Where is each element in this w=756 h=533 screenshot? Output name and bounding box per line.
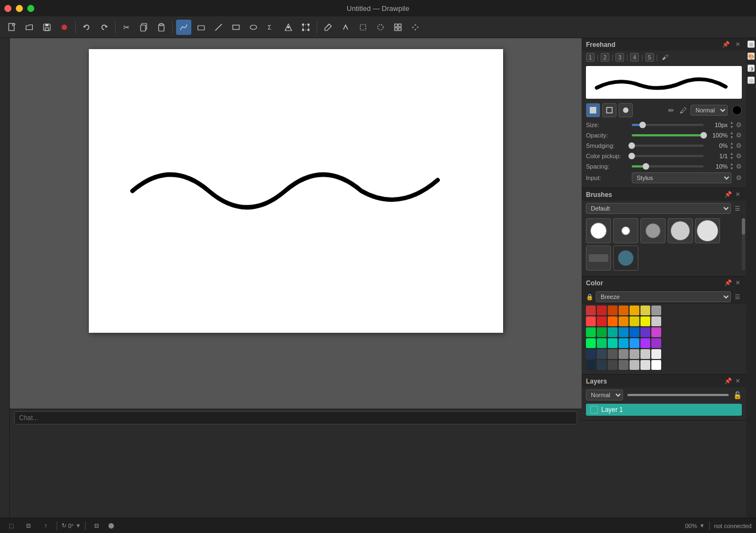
- fill-shape-btn[interactable]: Σ: [263, 20, 279, 35]
- color-cell[interactable]: [640, 316, 650, 326]
- color-cell[interactable]: [608, 360, 618, 370]
- color-cell[interactable]: [651, 338, 661, 348]
- color-cell[interactable]: [586, 338, 596, 348]
- color-cell[interactable]: [630, 349, 639, 359]
- brush-pen-btn[interactable]: 🖊: [678, 106, 688, 115]
- status-transform-btn[interactable]: ⊡: [22, 520, 35, 531]
- square-fill-shape-btn[interactable]: [586, 103, 600, 117]
- brush-thumb-4[interactable]: [668, 218, 693, 243]
- color-pickup-adj-btn[interactable]: ⚙: [736, 152, 742, 160]
- spacing-track[interactable]: [632, 165, 704, 167]
- color-cell[interactable]: [651, 306, 661, 315]
- opacity-thumb[interactable]: [700, 132, 707, 139]
- layers-pin-btn[interactable]: 📌: [723, 377, 734, 385]
- color-pickup-track[interactable]: [632, 155, 704, 157]
- layer-item-1[interactable]: Layer 1: [586, 404, 742, 416]
- color-cell[interactable]: [586, 360, 596, 370]
- eraser-tool-btn[interactable]: [193, 20, 209, 35]
- drawing-canvas[interactable]: [89, 49, 503, 333]
- open-btn[interactable]: [22, 20, 37, 35]
- spacing-thumb[interactable]: [643, 163, 649, 170]
- color-cell[interactable]: [619, 306, 628, 315]
- color-cell[interactable]: [640, 349, 650, 359]
- brushes-pin-btn[interactable]: 📌: [723, 190, 734, 199]
- size-up[interactable]: ▲: [730, 121, 734, 124]
- color-cell[interactable]: [640, 327, 650, 337]
- color-cell[interactable]: [619, 316, 628, 326]
- layer-lock-btn[interactable]: 🔓: [733, 391, 742, 399]
- circle-shape-btn[interactable]: [619, 103, 633, 117]
- color-cell[interactable]: [630, 360, 639, 370]
- color-cell[interactable]: [640, 360, 650, 370]
- foreground-color-dot[interactable]: [732, 105, 742, 115]
- brush-list-select[interactable]: Default: [586, 203, 731, 214]
- input-type-select[interactable]: Stylus Mouse Pen: [632, 172, 731, 183]
- layer-opacity-track[interactable]: [627, 394, 729, 396]
- zoom-dropdown-btn[interactable]: ▼: [699, 523, 705, 529]
- color-cell[interactable]: [651, 360, 661, 370]
- color-cell[interactable]: [608, 306, 618, 315]
- freehand-tool-btn[interactable]: [176, 20, 191, 35]
- magic-select-btn[interactable]: [390, 20, 406, 35]
- spacing-down[interactable]: ▼: [730, 166, 734, 170]
- color-pickup-up[interactable]: ▲: [730, 152, 734, 155]
- color-cell[interactable]: [619, 327, 628, 337]
- input-adj-btn[interactable]: ⚙: [736, 174, 742, 182]
- minimize-button[interactable]: [16, 5, 23, 12]
- color-cell[interactable]: [640, 338, 650, 348]
- color-cell[interactable]: [630, 316, 639, 326]
- side-wheel-btn[interactable]: ◎: [747, 76, 755, 84]
- smudging-track[interactable]: [632, 145, 704, 147]
- brush-edit-btn[interactable]: ✏: [667, 106, 676, 115]
- preset-1-btn[interactable]: 1: [586, 53, 595, 62]
- paste-btn[interactable]: [154, 20, 169, 35]
- brush-thumb-5[interactable]: [695, 218, 720, 243]
- color-pickup-down[interactable]: ▼: [730, 156, 734, 160]
- color-cell[interactable]: [630, 327, 639, 337]
- freehand-pin-btn[interactable]: 📌: [721, 40, 731, 49]
- palette-menu-btn[interactable]: ☰: [733, 293, 742, 301]
- smudging-adj-btn[interactable]: ⚙: [736, 142, 742, 149]
- spacing-up[interactable]: ▲: [730, 162, 734, 166]
- color-cell[interactable]: [586, 316, 596, 326]
- preset-2-btn[interactable]: 2: [601, 53, 609, 62]
- preset-4-btn[interactable]: 4: [630, 53, 639, 62]
- line-tool-btn[interactable]: [211, 20, 226, 35]
- color-cell[interactable]: [651, 316, 661, 326]
- selection-tool-btn[interactable]: [355, 20, 371, 35]
- color-pickup-thumb[interactable]: [628, 153, 635, 159]
- flood-fill-btn[interactable]: [281, 20, 296, 35]
- color-cell[interactable]: [608, 327, 618, 337]
- opacity-adj-btn[interactable]: ⚙: [736, 131, 742, 139]
- color-cell[interactable]: [586, 349, 596, 359]
- size-thumb[interactable]: [639, 122, 646, 128]
- opacity-up[interactable]: ▲: [730, 131, 734, 135]
- color-cell[interactable]: [619, 338, 628, 348]
- preset-5-btn[interactable]: 5: [645, 53, 654, 62]
- color-cell[interactable]: [586, 306, 596, 315]
- preset-3-btn[interactable]: 3: [615, 53, 624, 62]
- brush-thumb-7[interactable]: [613, 245, 638, 271]
- status-export-btn[interactable]: ↑: [39, 520, 52, 531]
- redo-btn[interactable]: [96, 20, 112, 35]
- brush-settings-btn[interactable]: 🖌: [660, 53, 670, 62]
- color-cell[interactable]: [608, 349, 618, 359]
- canvas-container[interactable]: [10, 38, 582, 409]
- maximize-button[interactable]: [27, 5, 34, 12]
- size-adj-btn[interactable]: ⚙: [736, 121, 742, 129]
- spacing-adj-btn[interactable]: ⚙: [736, 163, 742, 170]
- side-palette-btn[interactable]: 🎨: [747, 52, 755, 60]
- new-doc-btn[interactable]: [4, 20, 20, 35]
- color-cell[interactable]: [597, 360, 607, 370]
- undo-btn[interactable]: [79, 20, 94, 35]
- brush-thumb-2[interactable]: [613, 218, 638, 243]
- blend-mode-select[interactable]: Normal Multiply Screen: [691, 105, 728, 116]
- rotate-dropdown-btn[interactable]: ▼: [76, 523, 81, 529]
- side-spectrum-btn[interactable]: ◑: [747, 64, 755, 72]
- color-cell[interactable]: [597, 338, 607, 348]
- color-close-btn[interactable]: ✕: [734, 279, 742, 287]
- copy-btn[interactable]: [136, 20, 152, 35]
- record-btn[interactable]: [57, 20, 72, 35]
- transform-btn[interactable]: [298, 20, 313, 35]
- brushes-menu-btn[interactable]: ☰: [733, 205, 742, 213]
